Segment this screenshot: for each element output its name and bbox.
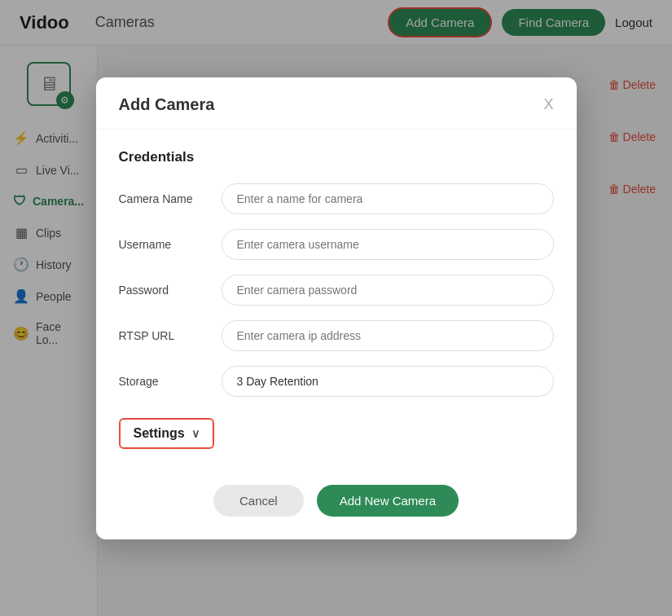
modal-footer: Cancel Add New Camera	[96, 469, 577, 539]
settings-toggle-button[interactable]: Settings ∨	[119, 418, 214, 449]
modal-header: Add Camera X	[96, 77, 577, 130]
settings-toggle-label: Settings	[134, 426, 185, 441]
camera-name-label: Camera Name	[119, 192, 209, 205]
add-new-camera-button[interactable]: Add New Camera	[317, 485, 459, 517]
rtsp-url-input[interactable]	[222, 320, 554, 351]
chevron-down-icon: ∨	[191, 427, 200, 440]
add-camera-modal: Add Camera X Credentials Camera Name Use…	[96, 77, 577, 539]
password-label: Password	[119, 284, 209, 297]
camera-name-row: Camera Name	[119, 183, 554, 214]
storage-select[interactable]: 1 Day Retention 3 Day Retention 7 Day Re…	[222, 366, 554, 397]
modal-overlay: Add Camera X Credentials Camera Name Use…	[0, 0, 672, 616]
rtsp-url-label: RTSP URL	[119, 329, 209, 342]
modal-title: Add Camera	[119, 95, 215, 114]
username-label: Username	[119, 238, 209, 251]
camera-name-input[interactable]	[222, 183, 554, 214]
password-row: Password	[119, 275, 554, 306]
username-row: Username	[119, 229, 554, 260]
modal-close-button[interactable]: X	[543, 96, 553, 113]
username-input[interactable]	[222, 229, 554, 260]
modal-body: Credentials Camera Name Username Passwor…	[96, 130, 577, 469]
credentials-section-title: Credentials	[119, 149, 554, 165]
password-input[interactable]	[222, 275, 554, 306]
rtsp-url-row: RTSP URL	[119, 320, 554, 351]
cancel-button[interactable]: Cancel	[213, 485, 304, 517]
storage-row: Storage 1 Day Retention 3 Day Retention …	[119, 366, 554, 397]
storage-label: Storage	[119, 375, 209, 388]
